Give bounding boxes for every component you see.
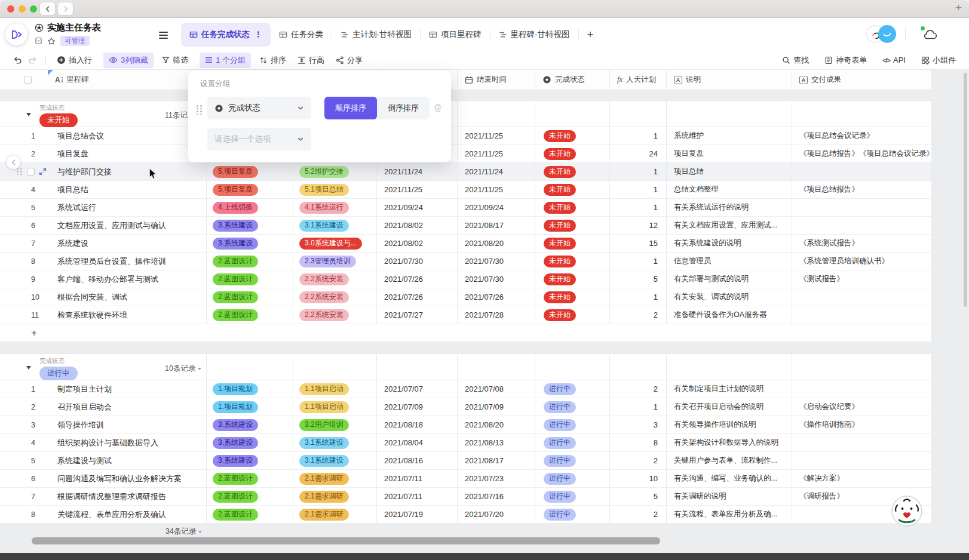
- cell-description[interactable]: 项目复盘: [666, 145, 792, 162]
- cell-days[interactable]: 24: [609, 145, 666, 162]
- cell-name[interactable]: 文档应用设置、应用测试与确认: [48, 217, 206, 234]
- back-button[interactable]: [39, 2, 56, 16]
- cell-description[interactable]: 有关架构设计和数据导入的说明: [666, 434, 792, 451]
- group-collapse-toggle[interactable]: [26, 366, 31, 370]
- cell-end-date[interactable]: 2021/07/09: [457, 398, 535, 416]
- plus-circle-button[interactable]: 插入行: [57, 55, 92, 66]
- sync-cloud-icon[interactable]: [922, 28, 938, 40]
- group-field-select[interactable]: 完成状态: [207, 97, 311, 119]
- widget-button[interactable]: 小组件: [921, 55, 956, 66]
- cell-end-date[interactable]: 2021/11/25: [457, 181, 535, 198]
- cell-status[interactable]: 进行中: [535, 488, 609, 505]
- cell-description[interactable]: 有关文档应用设置、应用测试...: [666, 217, 792, 234]
- cell-days[interactable]: 3: [609, 416, 666, 433]
- description-icon[interactable]: [35, 37, 42, 45]
- total-record-count[interactable]: 34条记录: [165, 527, 202, 537]
- table-row[interactable]: 10根据合同安装、调试2.蓝图设计2.2系统安装2021/07/262021/0…: [0, 288, 932, 306]
- cell-tag2[interactable]: 3.1系统建设: [293, 217, 376, 234]
- cell-tag2[interactable]: 5.1项目总结: [293, 181, 376, 198]
- zoom-window-button[interactable]: [30, 5, 37, 13]
- view-tab-1[interactable]: 任务完成状态⋮: [181, 23, 271, 47]
- cell-name[interactable]: 领导操作培训: [48, 416, 206, 433]
- redo-button[interactable]: [28, 56, 37, 64]
- cell-description[interactable]: 有关流程、表单应用分析及确...: [666, 506, 792, 523]
- cell-tag1[interactable]: 2.蓝图设计: [206, 288, 293, 306]
- cell-tag2[interactable]: 1.1项目启动: [293, 398, 376, 416]
- table-row[interactable]: 与维护部门交接5.项目复盘5.2维护交接2021/11/242021/11/24…: [0, 163, 932, 181]
- cell-start-date[interactable]: 2021/07/30: [376, 253, 457, 270]
- cell-name[interactable]: 检查系统软硬件环境: [48, 306, 206, 324]
- cell-tag2[interactable]: 3.1系统建设: [293, 452, 376, 469]
- cell-description[interactable]: 有关制定项目主计划的说明: [666, 380, 792, 398]
- cell-end-date[interactable]: 2021/11/25: [457, 127, 535, 144]
- cell-end-date[interactable]: 2021/08/17: [457, 452, 535, 469]
- cell-deliverable[interactable]: [792, 217, 932, 234]
- cell-description[interactable]: 有关调研的说明: [666, 488, 792, 505]
- cell-status[interactable]: 未开始: [535, 253, 609, 270]
- cell-days[interactable]: 2: [609, 506, 666, 523]
- cell-status[interactable]: 进行中: [535, 416, 609, 433]
- cell-days[interactable]: 2: [609, 380, 666, 398]
- cell-description[interactable]: 关键用户参与表单、流程制作...: [666, 452, 792, 469]
- funnel-button[interactable]: 筛选: [162, 55, 188, 66]
- cell-tag1[interactable]: 3.系统建设: [206, 452, 293, 469]
- cell-tag2[interactable]: 4.1系统运行: [293, 199, 376, 216]
- cell-tag1[interactable]: 3.系统建设: [206, 235, 293, 252]
- table-row[interactable]: 8系统管理员后台设置、操作培训2.蓝图设计2.3管理员培训2021/07/302…: [0, 253, 932, 270]
- cell-end-date[interactable]: 2021/09/24: [457, 199, 535, 216]
- cell-description[interactable]: 总结文档整理: [666, 181, 792, 198]
- cell-status[interactable]: 未开始: [535, 127, 609, 144]
- cell-description[interactable]: 有关安装、调试的说明: [666, 288, 792, 306]
- cell-tag1[interactable]: 3.系统建设: [206, 416, 293, 433]
- cell-days[interactable]: 8: [609, 434, 666, 451]
- cell-tag2[interactable]: 2.1需求调研: [293, 506, 376, 523]
- cell-tag1[interactable]: 2.蓝图设计: [206, 470, 293, 487]
- cell-days[interactable]: 5: [609, 270, 666, 288]
- cell-name[interactable]: 项目复盘: [48, 145, 206, 162]
- new-window-tab-button[interactable]: +: [955, 1, 962, 14]
- table-row[interactable]: 2召开项目启动会1.项目规划1.1项目启动2021/07/092021/07/0…: [0, 398, 932, 416]
- row-expand-handle[interactable]: [6, 155, 21, 170]
- table-row[interactable]: 6问题沟通及编写和确认业务解决方案2.蓝图设计2.1需求调研2021/07/11…: [0, 470, 932, 488]
- cell-days[interactable]: 1: [609, 288, 666, 306]
- cell-status[interactable]: 未开始: [535, 181, 609, 198]
- cell-end-date[interactable]: 2021/08/13: [457, 434, 535, 451]
- cell-tag1[interactable]: 3.系统建设: [206, 434, 293, 451]
- cell-days[interactable]: 1: [609, 181, 666, 198]
- table-row[interactable]: 3领导操作培训3.系统建设3.2用户培训2021/08/182021/08/20…: [0, 416, 932, 434]
- cell-start-date[interactable]: 2021/08/04: [376, 434, 457, 451]
- cell-deliverable[interactable]: [792, 452, 932, 469]
- share-button[interactable]: 分享: [336, 55, 363, 66]
- cell-tag2[interactable]: 3.2用户培训: [293, 416, 376, 433]
- cell-description[interactable]: 系统维护: [666, 127, 792, 144]
- cell-end-date[interactable]: 2021/07/30: [457, 270, 535, 288]
- cell-end-date[interactable]: 2021/07/30: [457, 253, 535, 270]
- column-header-deliverable[interactable]: A交付成果: [792, 70, 932, 90]
- cell-start-date[interactable]: 2021/07/26: [376, 270, 457, 288]
- table-row[interactable]: 9客户端、移动办公部署与测试2.蓝图设计2.2系统安装2021/07/26202…: [0, 270, 932, 288]
- cell-end-date[interactable]: 2021/11/25: [457, 145, 535, 162]
- column-header-desc[interactable]: A说明: [666, 70, 792, 90]
- api-button[interactable]: </>API: [882, 56, 906, 64]
- cell-description[interactable]: 有关沟通、编写、业务确认的...: [666, 470, 792, 487]
- star-icon[interactable]: [47, 37, 56, 45]
- cell-name[interactable]: 制定项目主计划: [48, 380, 206, 398]
- cell-end-date[interactable]: 2021/07/26: [457, 288, 535, 306]
- cell-end-date[interactable]: 2021/07/23: [457, 470, 535, 487]
- cell-name[interactable]: 关键流程、表单应用分析及确认: [48, 506, 206, 523]
- cell-tag2[interactable]: 2.1需求调研: [293, 470, 376, 487]
- cell-status[interactable]: 未开始: [535, 163, 609, 180]
- cell-name[interactable]: 根据调研情况整理需求调研报告: [48, 488, 206, 505]
- cell-status[interactable]: 进行中: [535, 398, 609, 416]
- table-row[interactable]: 6文档应用设置、应用测试与确认3.系统建设3.1系统建设2021/08/0220…: [0, 217, 932, 235]
- cell-tag1[interactable]: 3.系统建设: [206, 217, 293, 234]
- cell-name[interactable]: 根据合同安装、调试: [48, 288, 206, 306]
- view-tab-5[interactable]: 里程碑-甘特视图: [490, 23, 578, 47]
- cell-deliverable[interactable]: 《系统管理员培训确认书》: [792, 253, 932, 270]
- cell-name[interactable]: 召开项目启动会: [48, 398, 206, 416]
- cell-tag2[interactable]: 3.0系统建设与...: [293, 235, 376, 252]
- cell-tag1[interactable]: 1.项目规划: [206, 380, 293, 398]
- cell-deliverable[interactable]: 《系统测试报告》: [792, 235, 932, 252]
- cell-tag2[interactable]: 2.2系统安装: [293, 270, 376, 288]
- cell-start-date[interactable]: 2021/09/24: [376, 199, 457, 216]
